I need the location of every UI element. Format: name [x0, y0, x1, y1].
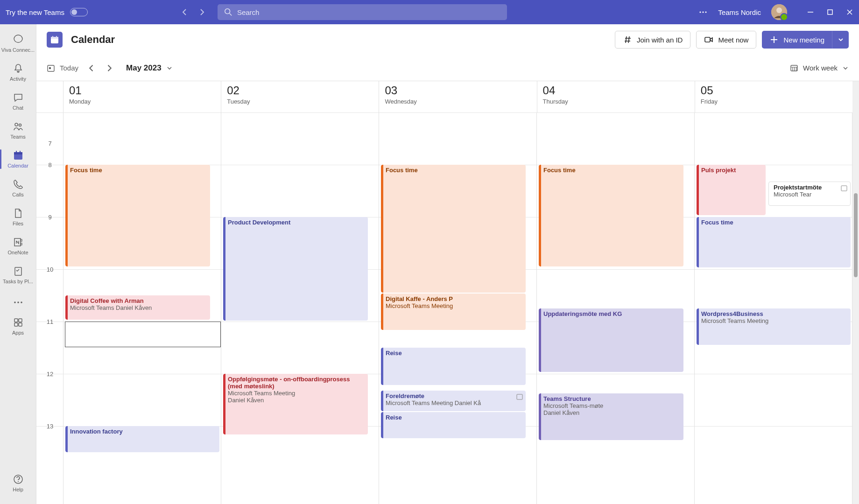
new-meeting-button[interactable]: New meeting	[762, 31, 832, 49]
svg-rect-27	[51, 37, 58, 39]
plus-icon	[769, 35, 779, 44]
dayhead-fri[interactable]: 05Friday	[695, 81, 852, 112]
rail-viva[interactable]: Viva Connec...	[0, 29, 36, 58]
event-reise-2[interactable]: Reise	[381, 412, 526, 438]
svg-point-25	[18, 481, 19, 482]
svg-point-5	[776, 7, 782, 13]
svg-rect-14	[21, 239, 22, 241]
vertical-scrollbar[interactable]	[852, 81, 859, 504]
chevron-down-icon	[838, 36, 844, 43]
new-meeting-chevron[interactable]	[832, 31, 849, 49]
rail-tasks[interactable]: Tasks by Pl...	[0, 260, 36, 289]
minimize-icon[interactable]	[807, 8, 814, 16]
chat-icon	[13, 92, 24, 103]
view-switcher[interactable]: Work week	[790, 64, 849, 72]
svg-point-19	[21, 301, 22, 303]
svg-point-3	[705, 11, 707, 13]
svg-point-18	[17, 301, 19, 303]
rail-help[interactable]: Help	[0, 469, 36, 497]
svg-point-8	[19, 124, 21, 126]
svg-point-17	[14, 301, 16, 303]
svg-point-1	[700, 11, 701, 13]
event-projektstart[interactable]: ProjektstartmöteMicrosoft Tear	[768, 182, 851, 206]
svg-rect-15	[21, 243, 22, 245]
svg-point-7	[15, 123, 18, 126]
svg-rect-30	[705, 37, 710, 42]
event-uppdatering[interactable]: Uppdateringsmöte med KG	[539, 308, 683, 372]
meet-now-button[interactable]: Meet now	[696, 31, 756, 49]
rail-more[interactable]	[0, 293, 36, 312]
event-digital-coffee-arman[interactable]: Digital Coffee with ArmanMicrosoft Teams…	[65, 295, 210, 320]
window-controls	[807, 8, 853, 16]
more-horizontal-icon	[13, 297, 24, 308]
hour-7: 7	[36, 140, 63, 147]
svg-point-0	[225, 9, 230, 14]
rail-activity[interactable]: Activity	[0, 58, 36, 87]
event-focus-mon[interactable]: Focus time	[65, 165, 210, 266]
rail-calls[interactable]: Calls	[0, 174, 36, 203]
scroll-thumb[interactable]	[854, 193, 858, 277]
avatar-image	[771, 4, 787, 20]
calendar-toolbar: Today May 2023 Work week	[36, 55, 859, 81]
org-name[interactable]: Teams Nordic	[718, 8, 761, 16]
toggle-off-icon[interactable]	[70, 8, 88, 16]
rail-apps[interactable]: Apps	[0, 312, 36, 341]
event-focus-fri[interactable]: Focus time	[697, 217, 851, 267]
svg-rect-29	[56, 36, 57, 38]
rail-calendar[interactable]: Calendar	[0, 145, 36, 174]
rail-chat[interactable]: Chat	[0, 87, 36, 116]
search-icon	[224, 8, 232, 16]
hour-11: 11	[36, 318, 63, 325]
history-nav	[181, 8, 205, 16]
try-new-teams-toggle[interactable]: Try the new Teams	[6, 8, 88, 16]
svg-rect-6	[828, 10, 832, 14]
app-rail: Viva Connec... Activity Chat Teams Calen…	[0, 24, 36, 504]
event-innovation-factory[interactable]: Innovation factory	[65, 426, 219, 452]
today-button[interactable]: Today	[47, 64, 78, 72]
event-focus-wed[interactable]: Focus time	[381, 165, 526, 293]
rail-files[interactable]: Files	[0, 203, 36, 231]
forward-icon[interactable]	[198, 8, 205, 16]
next-period-icon[interactable]	[105, 63, 114, 73]
dayhead-tue[interactable]: 02Tuesday	[221, 81, 379, 112]
close-icon[interactable]	[846, 8, 853, 16]
dayhead-mon[interactable]: 01Monday	[63, 81, 221, 112]
avatar[interactable]	[771, 4, 787, 20]
event-digital-kaffe-anders[interactable]: Digital Kaffe - Anders PMicrosoft Teams …	[381, 294, 526, 330]
header-actions: Join with an ID Meet now New meeting	[615, 31, 849, 49]
svg-rect-32	[49, 67, 51, 69]
recurring-icon	[841, 185, 847, 191]
viva-icon	[13, 34, 24, 45]
search-input[interactable]: Search	[218, 4, 507, 20]
bell-icon	[13, 63, 24, 74]
today-icon	[47, 64, 55, 72]
svg-rect-20	[14, 319, 18, 322]
month-picker[interactable]: May 2023	[126, 63, 173, 73]
event-wordpress4business[interactable]: Wordpress4BusinessMicrosoft Teams Meetin…	[697, 308, 851, 345]
phone-icon	[13, 179, 24, 190]
dayhead-wed[interactable]: 03Wednesday	[379, 81, 537, 112]
join-with-id-button[interactable]: Join with an ID	[615, 31, 690, 49]
grid-body[interactable]: 7 8 9 10 11 12 13 Focus time Digital Cof…	[36, 112, 852, 504]
event-teams-structure[interactable]: Teams StructureMicrosoft Teams-møteDanie…	[539, 393, 683, 440]
svg-rect-11	[16, 151, 17, 153]
svg-rect-35	[841, 186, 847, 191]
hour-13: 13	[36, 423, 63, 430]
more-icon[interactable]	[698, 7, 708, 17]
event-product-development[interactable]: Product Development	[223, 217, 368, 321]
rail-teams[interactable]: Teams	[0, 116, 36, 145]
svg-rect-28	[52, 36, 53, 38]
content: Calendar Join with an ID Meet now New me…	[36, 24, 859, 504]
rail-onenote[interactable]: OneNote	[0, 231, 36, 260]
dayhead-thu[interactable]: 04Thursday	[537, 81, 695, 112]
event-puls-projekt[interactable]: Puls projekt	[697, 165, 766, 215]
event-focus-thu[interactable]: Focus time	[539, 165, 683, 266]
hash-icon	[623, 35, 632, 44]
maximize-icon[interactable]	[826, 8, 834, 16]
back-icon[interactable]	[181, 8, 189, 16]
event-foreldremote[interactable]: ForeldremøteMicrosoft Teams Meeting Dani…	[381, 391, 526, 411]
event-reise-1[interactable]: Reise	[381, 348, 526, 385]
prev-period-icon[interactable]	[87, 63, 96, 73]
event-oppfolging[interactable]: Oppfølgingsmøte - on-offboardingprosess …	[223, 374, 368, 434]
titlebar: Try the new Teams Search Teams Nordic	[0, 0, 859, 24]
